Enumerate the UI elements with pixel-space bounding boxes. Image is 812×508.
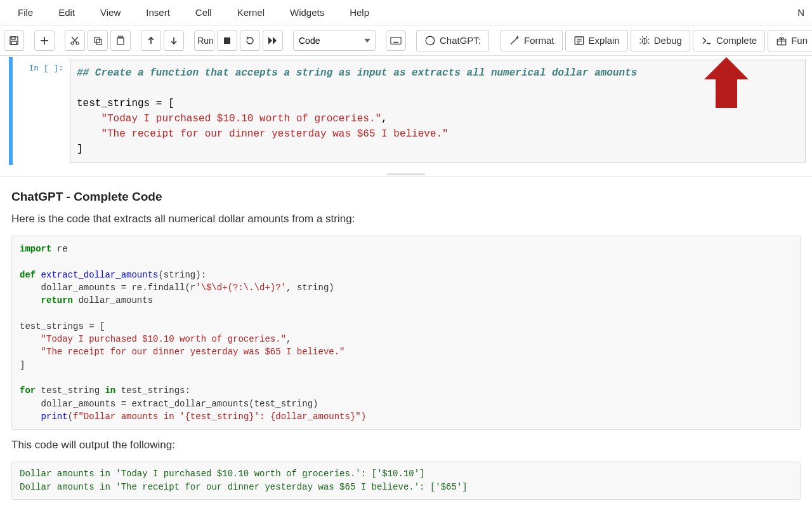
svg-marker-17 [268,37,272,44]
fun-label: Fun [791,35,808,46]
code-cell[interactable]: In [ ]: ## Create a function that accept… [9,57,812,165]
run-button[interactable]: Run [194,30,214,51]
svg-line-37 [648,39,649,40]
wand-icon [509,35,520,46]
gift-icon [776,35,787,46]
save-button[interactable] [4,30,24,51]
format-button[interactable]: Format [501,30,563,51]
copy-icon [93,36,103,46]
restart-icon [245,36,255,46]
restart-run-all-button[interactable] [263,30,283,51]
toolbar: Run Code ChatGPT: Format Explain Debug C… [0,25,812,56]
menu-insert[interactable]: Insert [133,2,183,23]
svg-marker-18 [273,37,277,44]
svg-rect-9 [95,37,100,43]
terminal-icon [701,35,712,46]
resize-handle[interactable] [0,171,812,177]
svg-rect-19 [391,37,401,44]
fast-forward-icon [268,36,278,45]
paste-button[interactable] [110,30,131,51]
menu-file[interactable]: File [5,2,46,23]
svg-line-39 [648,43,649,44]
chatgpt-button[interactable]: ChatGPT: [416,30,489,51]
menu-help[interactable]: Help [337,2,382,23]
svg-line-41 [646,36,647,37]
svg-rect-16 [224,37,230,44]
debug-button[interactable]: Debug [631,30,690,51]
svg-rect-2 [11,41,16,44]
move-down-button[interactable] [164,30,184,51]
menu-kernel[interactable]: Kernel [225,2,277,23]
output-outro: This code will output the following: [11,439,801,451]
format-label: Format [524,35,554,46]
svg-rect-10 [96,39,102,44]
svg-rect-1 [11,37,15,39]
code-input[interactable]: ## Create a function that accepts a stri… [70,60,806,163]
complete-button[interactable]: Complete [693,30,765,51]
stop-icon [223,37,231,44]
save-icon [9,36,19,46]
result-block: Dollar amounts in 'Today I purchased $10… [11,462,801,500]
chatgpt-icon [424,35,436,46]
svg-line-27 [511,37,518,44]
fun-button[interactable]: Fun [768,30,812,51]
arrow-down-icon [169,36,178,45]
add-cell-button[interactable] [34,30,55,51]
notebook-cell-area: In [ ]: ## Create a function that accept… [0,56,812,177]
keyboard-icon [390,36,402,45]
explain-label: Explain [589,35,620,46]
move-up-button[interactable] [141,30,161,51]
explain-button[interactable]: Explain [565,30,628,51]
restart-button[interactable] [240,30,260,51]
cut-button[interactable] [65,30,85,51]
stop-button[interactable] [217,30,237,51]
output-heading: ChatGPT - Complete Code [11,190,801,204]
svg-rect-11 [117,37,124,44]
paste-icon [115,36,126,46]
menu-cell[interactable]: Cell [183,2,225,23]
generated-code-block: import re def extract_dollar_amounts(str… [11,236,801,430]
list-icon [573,35,585,46]
kernel-indicator: N [797,7,807,18]
svg-line-36 [639,39,641,40]
command-palette-button[interactable] [386,30,406,51]
svg-line-38 [639,43,641,44]
complete-label: Complete [716,35,757,46]
svg-line-40 [642,36,643,37]
celltype-select[interactable]: Code [293,30,376,51]
arrow-up-icon [147,36,155,45]
copy-button[interactable] [88,30,108,51]
cell-prompt: In [ ]: [13,60,70,163]
chatgpt-label: ChatGPT: [440,35,481,46]
bug-icon [639,35,650,46]
menu-view[interactable]: View [88,2,133,23]
menu-widgets[interactable]: Widgets [277,2,337,23]
run-label: Run [197,36,214,46]
output-intro: Here is the code that extracts all numer… [11,213,801,225]
menu-edit[interactable]: Edit [46,2,88,23]
plus-icon [40,36,49,45]
output-section: ChatGPT - Complete Code Here is the code… [0,190,812,508]
cut-icon [70,36,80,46]
menubar: File Edit View Insert Cell Kernel Widget… [0,0,812,25]
debug-label: Debug [654,35,682,46]
